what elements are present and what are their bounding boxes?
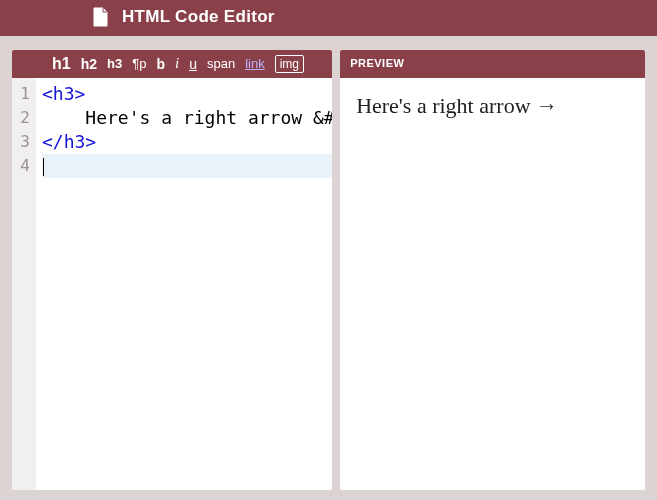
workspace: h1 h2 h3 ¶p b i u span link img 1234 <h3… [0, 36, 657, 500]
code-line[interactable]: <h3> [42, 82, 332, 106]
toolbar-span-button[interactable]: span [207, 56, 235, 71]
toolbar-h3-button[interactable]: h3 [107, 56, 122, 71]
titlebar: HTML Code Editor [0, 0, 657, 36]
toolbar-h1-button[interactable]: h1 [52, 55, 71, 73]
toolbar-underline-button[interactable]: u [189, 56, 197, 72]
app-title: HTML Code Editor [122, 7, 275, 27]
toolbar-paragraph-button[interactable]: ¶p [132, 56, 146, 71]
preview-rendered-heading: Here's a right arrow → [356, 92, 629, 121]
toolbar-italic-button[interactable]: i [175, 55, 179, 72]
code-line[interactable]: </h3> [42, 130, 332, 154]
line-number-gutter: 1234 [12, 78, 36, 490]
code-line[interactable] [42, 154, 332, 178]
line-number: 1 [16, 82, 30, 106]
line-number: 4 [16, 154, 30, 178]
preview-pane: PREVIEW Here's a right arrow → [340, 50, 645, 490]
text-cursor [43, 158, 44, 176]
format-toolbar: h1 h2 h3 ¶p b i u span link img [12, 50, 332, 78]
toolbar-bold-button[interactable]: b [156, 56, 165, 72]
toolbar-img-button[interactable]: img [275, 55, 304, 73]
editor-pane: h1 h2 h3 ¶p b i u span link img 1234 <h3… [12, 50, 332, 490]
code-line[interactable]: Here's a right arrow &#x2192; [42, 106, 332, 130]
preview-header: PREVIEW [340, 50, 645, 78]
line-number: 2 [16, 106, 30, 130]
document-icon [90, 7, 110, 27]
toolbar-h2-button[interactable]: h2 [81, 56, 97, 72]
toolbar-link-button[interactable]: link [245, 56, 265, 71]
app-window: HTML Code Editor h1 h2 h3 ¶p b i u span … [0, 0, 657, 500]
code-editor[interactable]: 1234 <h3> Here's a right arrow &#x2192;<… [12, 78, 332, 490]
line-number: 3 [16, 130, 30, 154]
preview-body: Here's a right arrow → [340, 78, 645, 490]
code-area[interactable]: <h3> Here's a right arrow &#x2192;</h3> [36, 78, 332, 490]
